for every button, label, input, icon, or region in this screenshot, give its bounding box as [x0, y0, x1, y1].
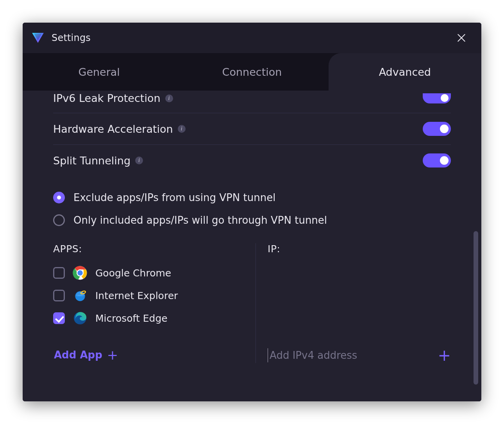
app-checkbox-ie[interactable]: [53, 290, 65, 301]
ie-icon: [73, 288, 88, 303]
app-row-ie: Internet Explorer: [53, 284, 244, 307]
apps-ip-columns: APPS: Google Chrome: [53, 243, 451, 363]
radio-row-include[interactable]: Only included apps/IPs will go through V…: [53, 209, 451, 232]
ipv6-label: IPv6 Leak Protection: [53, 92, 161, 104]
ipv6-toggle[interactable]: [423, 93, 451, 103]
info-icon[interactable]: i: [178, 125, 186, 133]
tabs: General Connection Advanced: [23, 53, 481, 91]
settings-window: Settings General Connection Advanced IPv…: [23, 23, 481, 401]
app-name-edge: Microsoft Edge: [95, 313, 168, 324]
ip-title: IP:: [268, 243, 451, 255]
apps-title: APPS:: [53, 243, 244, 255]
scrollbar-thumb[interactable]: [474, 231, 478, 385]
splittun-label: Split Tunneling: [53, 155, 130, 167]
app-checkbox-edge[interactable]: [53, 312, 65, 324]
tab-general[interactable]: General: [23, 53, 175, 91]
apps-column: APPS: Google Chrome: [53, 243, 256, 363]
ip-column: IP: +: [256, 243, 451, 363]
add-ip-row: +: [268, 347, 451, 363]
radio-include[interactable]: [53, 214, 65, 226]
app-name-chrome: Google Chrome: [95, 267, 171, 279]
radio-row-exclude[interactable]: Exclude apps/IPs from using VPN tunnel: [53, 186, 451, 209]
add-app-row: Add App +: [53, 348, 244, 362]
setting-row-hwaccel: Hardware Acceleration i: [53, 113, 451, 145]
close-button[interactable]: [453, 30, 470, 46]
content-area: IPv6 Leak Protection i Hardware Accelera…: [23, 91, 481, 401]
scrollbar-track: [474, 98, 478, 394]
app-checkbox-chrome[interactable]: [53, 267, 65, 279]
window-title: Settings: [52, 32, 91, 43]
ip-input[interactable]: [268, 348, 430, 362]
add-ip-button[interactable]: +: [438, 347, 451, 363]
add-app-label: Add App: [54, 349, 102, 361]
radio-exclude-label: Exclude apps/IPs from using VPN tunnel: [73, 192, 275, 203]
plus-icon: +: [107, 348, 118, 362]
info-icon[interactable]: i: [165, 94, 173, 102]
close-icon: [456, 33, 466, 43]
splittun-toggle[interactable]: [423, 153, 451, 167]
hwaccel-label: Hardware Acceleration: [53, 123, 173, 135]
tab-advanced-label: Advanced: [379, 66, 431, 78]
scroll-area: IPv6 Leak Protection i Hardware Accelera…: [23, 91, 466, 401]
titlebar: Settings: [23, 23, 481, 53]
radio-include-label: Only included apps/IPs will go through V…: [73, 214, 327, 226]
setting-row-splittun: Split Tunneling i: [53, 145, 451, 176]
add-app-button[interactable]: Add App +: [53, 348, 118, 362]
hwaccel-toggle[interactable]: [423, 122, 451, 136]
splittun-subsection: Exclude apps/IPs from using VPN tunnel O…: [53, 176, 451, 363]
info-icon[interactable]: i: [135, 157, 143, 164]
app-name-ie: Internet Explorer: [95, 290, 178, 301]
app-row-edge: Microsoft Edge: [53, 307, 244, 330]
chrome-icon: [73, 265, 88, 280]
edge-icon: [73, 311, 88, 326]
radio-exclude[interactable]: [53, 192, 65, 203]
tab-general-label: General: [78, 66, 120, 78]
tab-advanced[interactable]: Advanced: [329, 53, 481, 91]
app-row-chrome: Google Chrome: [53, 262, 244, 284]
tab-connection[interactable]: Connection: [175, 53, 328, 91]
tab-connection-label: Connection: [222, 66, 282, 78]
app-logo-icon: [31, 31, 45, 45]
setting-row-ipv6: IPv6 Leak Protection i: [53, 91, 451, 113]
